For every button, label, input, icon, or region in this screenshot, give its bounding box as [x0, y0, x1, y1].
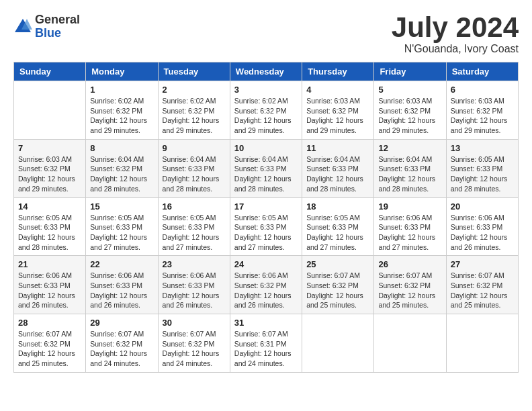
day-number: 7 [18, 143, 81, 153]
day-number: 20 [451, 201, 514, 212]
day-info: Sunrise: 6:05 AM Sunset: 6:33 PM Dayligh… [234, 213, 298, 253]
calendar-cell: 12Sunrise: 6:04 AM Sunset: 6:33 PM Dayli… [374, 139, 446, 197]
calendar-cell: 23Sunrise: 6:06 AM Sunset: 6:33 PM Dayli… [158, 256, 230, 314]
calendar-cell [302, 314, 374, 373]
calendar-cell: 10Sunrise: 6:04 AM Sunset: 6:33 PM Dayli… [230, 139, 302, 197]
day-info: Sunrise: 6:02 AM Sunset: 6:32 PM Dayligh… [90, 96, 153, 136]
day-number: 2 [163, 85, 226, 95]
day-number: 30 [163, 318, 226, 328]
calendar-cell [446, 314, 518, 373]
day-number: 8 [90, 143, 153, 153]
calendar-week-row: 1Sunrise: 6:02 AM Sunset: 6:32 PM Daylig… [14, 81, 519, 140]
title-block: July 2024 N'Gouanda, Ivory Coast [392, 13, 519, 55]
calendar: SundayMondayTuesdayWednesdayThursdayFrid… [13, 62, 519, 373]
day-number: 24 [234, 259, 298, 269]
day-info: Sunrise: 6:06 AM Sunset: 6:32 PM Dayligh… [234, 271, 298, 310]
day-info: Sunrise: 6:06 AM Sunset: 6:33 PM Dayligh… [18, 271, 81, 310]
calendar-cell: 3Sunrise: 6:02 AM Sunset: 6:32 PM Daylig… [230, 81, 302, 140]
calendar-cell: 6Sunrise: 6:03 AM Sunset: 6:32 PM Daylig… [446, 81, 518, 140]
day-number: 4 [306, 85, 369, 95]
day-number: 27 [451, 259, 514, 269]
day-number: 25 [306, 259, 369, 269]
calendar-cell: 31Sunrise: 6:07 AM Sunset: 6:31 PM Dayli… [230, 314, 302, 373]
day-number: 16 [163, 201, 226, 212]
day-number: 22 [90, 259, 153, 269]
calendar-cell: 30Sunrise: 6:07 AM Sunset: 6:32 PM Dayli… [158, 314, 230, 373]
calendar-cell [374, 314, 446, 373]
day-number: 31 [234, 318, 298, 328]
weekday-header: Monday [86, 62, 158, 81]
day-info: Sunrise: 6:05 AM Sunset: 6:33 PM Dayligh… [18, 213, 81, 253]
calendar-cell: 26Sunrise: 6:07 AM Sunset: 6:32 PM Dayli… [374, 256, 446, 314]
day-info: Sunrise: 6:07 AM Sunset: 6:32 PM Dayligh… [90, 329, 153, 369]
page-header: General Blue July 2024 N'Gouanda, Ivory … [13, 13, 519, 55]
calendar-cell: 29Sunrise: 6:07 AM Sunset: 6:32 PM Dayli… [86, 314, 158, 373]
day-info: Sunrise: 6:02 AM Sunset: 6:32 PM Dayligh… [234, 96, 298, 136]
calendar-cell: 22Sunrise: 6:06 AM Sunset: 6:33 PM Dayli… [86, 256, 158, 314]
day-number: 14 [18, 201, 81, 212]
weekday-header: Sunday [14, 62, 86, 81]
calendar-week-row: 28Sunrise: 6:07 AM Sunset: 6:32 PM Dayli… [14, 314, 519, 373]
calendar-cell: 5Sunrise: 6:03 AM Sunset: 6:32 PM Daylig… [374, 81, 446, 140]
day-info: Sunrise: 6:02 AM Sunset: 6:32 PM Dayligh… [163, 96, 226, 136]
day-info: Sunrise: 6:03 AM Sunset: 6:32 PM Dayligh… [18, 154, 81, 194]
day-number: 11 [306, 143, 369, 153]
calendar-cell: 4Sunrise: 6:03 AM Sunset: 6:32 PM Daylig… [302, 81, 374, 140]
calendar-cell: 11Sunrise: 6:04 AM Sunset: 6:33 PM Dayli… [302, 139, 374, 197]
day-number: 23 [163, 259, 226, 269]
logo-general: General [35, 13, 80, 26]
day-number: 17 [234, 201, 298, 212]
day-info: Sunrise: 6:04 AM Sunset: 6:32 PM Dayligh… [90, 154, 153, 194]
day-info: Sunrise: 6:03 AM Sunset: 6:32 PM Dayligh… [451, 96, 514, 136]
logo-text: General Blue [35, 13, 80, 40]
day-info: Sunrise: 6:06 AM Sunset: 6:33 PM Dayligh… [378, 213, 441, 253]
calendar-cell: 7Sunrise: 6:03 AM Sunset: 6:32 PM Daylig… [14, 139, 86, 197]
day-info: Sunrise: 6:06 AM Sunset: 6:33 PM Dayligh… [451, 213, 514, 253]
day-number: 5 [378, 85, 441, 95]
day-info: Sunrise: 6:07 AM Sunset: 6:32 PM Dayligh… [18, 329, 81, 369]
calendar-cell: 19Sunrise: 6:06 AM Sunset: 6:33 PM Dayli… [374, 197, 446, 256]
day-info: Sunrise: 6:05 AM Sunset: 6:33 PM Dayligh… [90, 213, 153, 253]
day-info: Sunrise: 6:05 AM Sunset: 6:33 PM Dayligh… [163, 213, 226, 253]
calendar-cell: 1Sunrise: 6:02 AM Sunset: 6:32 PM Daylig… [86, 81, 158, 140]
day-number: 12 [378, 143, 441, 153]
day-info: Sunrise: 6:07 AM Sunset: 6:32 PM Dayligh… [378, 271, 441, 310]
weekday-header-row: SundayMondayTuesdayWednesdayThursdayFrid… [14, 62, 519, 81]
calendar-cell: 21Sunrise: 6:06 AM Sunset: 6:33 PM Dayli… [14, 256, 86, 314]
day-number: 19 [378, 201, 441, 212]
day-number: 13 [451, 143, 514, 153]
day-info: Sunrise: 6:03 AM Sunset: 6:32 PM Dayligh… [378, 96, 441, 136]
calendar-cell: 2Sunrise: 6:02 AM Sunset: 6:32 PM Daylig… [158, 81, 230, 140]
day-info: Sunrise: 6:05 AM Sunset: 6:33 PM Dayligh… [306, 213, 369, 253]
calendar-cell: 9Sunrise: 6:04 AM Sunset: 6:33 PM Daylig… [158, 139, 230, 197]
logo-icon [13, 17, 32, 36]
day-info: Sunrise: 6:07 AM Sunset: 6:32 PM Dayligh… [451, 271, 514, 310]
calendar-cell: 20Sunrise: 6:06 AM Sunset: 6:33 PM Dayli… [446, 197, 518, 256]
logo: General Blue [13, 13, 80, 40]
calendar-cell [14, 81, 86, 140]
calendar-cell: 18Sunrise: 6:05 AM Sunset: 6:33 PM Dayli… [302, 197, 374, 256]
calendar-week-row: 7Sunrise: 6:03 AM Sunset: 6:32 PM Daylig… [14, 139, 519, 197]
day-number: 26 [378, 259, 441, 269]
logo-blue: Blue [35, 26, 61, 40]
month-title: July 2024 [392, 13, 519, 42]
day-info: Sunrise: 6:07 AM Sunset: 6:32 PM Dayligh… [306, 271, 369, 310]
weekday-header: Wednesday [230, 62, 302, 81]
day-info: Sunrise: 6:04 AM Sunset: 6:33 PM Dayligh… [306, 154, 369, 194]
day-number: 9 [163, 143, 226, 153]
calendar-cell: 27Sunrise: 6:07 AM Sunset: 6:32 PM Dayli… [446, 256, 518, 314]
day-info: Sunrise: 6:07 AM Sunset: 6:31 PM Dayligh… [234, 329, 298, 369]
calendar-cell: 8Sunrise: 6:04 AM Sunset: 6:32 PM Daylig… [86, 139, 158, 197]
weekday-header: Tuesday [158, 62, 230, 81]
day-number: 15 [90, 201, 153, 212]
day-number: 29 [90, 318, 153, 328]
weekday-header: Saturday [446, 62, 518, 81]
calendar-cell: 13Sunrise: 6:05 AM Sunset: 6:33 PM Dayli… [446, 139, 518, 197]
calendar-cell: 17Sunrise: 6:05 AM Sunset: 6:33 PM Dayli… [230, 197, 302, 256]
weekday-header: Friday [374, 62, 446, 81]
location: N'Gouanda, Ivory Coast [392, 43, 519, 55]
day-info: Sunrise: 6:04 AM Sunset: 6:33 PM Dayligh… [234, 154, 298, 194]
calendar-week-row: 21Sunrise: 6:06 AM Sunset: 6:33 PM Dayli… [14, 256, 519, 314]
day-info: Sunrise: 6:03 AM Sunset: 6:32 PM Dayligh… [306, 96, 369, 136]
weekday-header: Thursday [302, 62, 374, 81]
